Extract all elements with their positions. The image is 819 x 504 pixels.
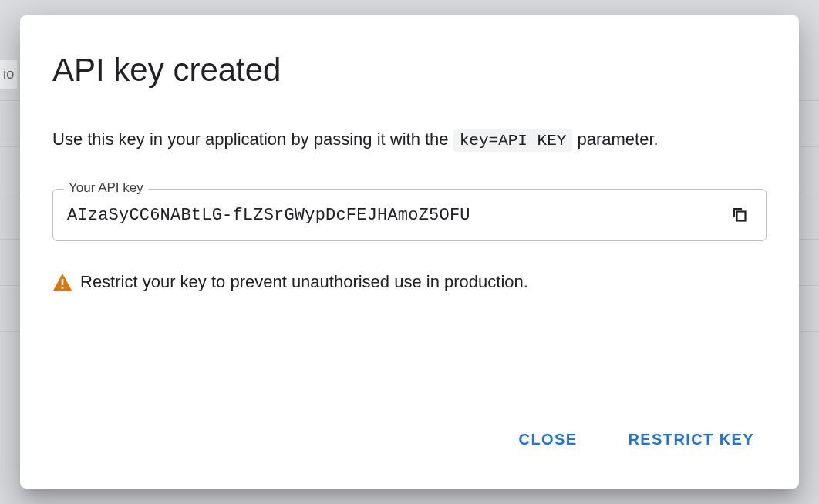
dialog-description: Use this key in your application by pass…: [52, 126, 767, 153]
dialog-actions: CLOSE RESTRICT KEY: [20, 400, 799, 489]
description-text-post: parameter.: [577, 129, 658, 149]
svg-rect-0: [737, 212, 746, 221]
api-key-field: Your API key AIzaSyCC6NABtLG-fLZSrGWypDc…: [52, 189, 767, 241]
copy-button[interactable]: [727, 203, 752, 228]
warning-icon: [52, 273, 72, 291]
svg-rect-1: [62, 279, 64, 285]
warning-text: Restrict your key to prevent unauthorise…: [80, 272, 528, 292]
dialog-title: API key created: [52, 51, 767, 89]
restrict-key-button[interactable]: RESTRICT KEY: [618, 423, 765, 456]
api-key-created-dialog: API key created Use this key in your app…: [20, 15, 799, 489]
dialog-body: API key created Use this key in your app…: [20, 15, 799, 400]
api-key-param-code: key=API_KEY: [453, 129, 573, 152]
warning-row: Restrict your key to prevent unauthorise…: [52, 272, 767, 292]
close-button[interactable]: CLOSE: [508, 423, 588, 456]
description-text-pre: Use this key in your application by pass…: [52, 129, 453, 149]
api-key-value[interactable]: AIzaSyCC6NABtLG-fLZSrGWypDcFEJHAmoZ5OFU: [67, 206, 727, 225]
background-text-fragment: io: [0, 60, 17, 89]
api-key-field-label: Your API key: [64, 180, 148, 196]
copy-icon: [730, 205, 749, 226]
svg-rect-2: [62, 287, 64, 289]
